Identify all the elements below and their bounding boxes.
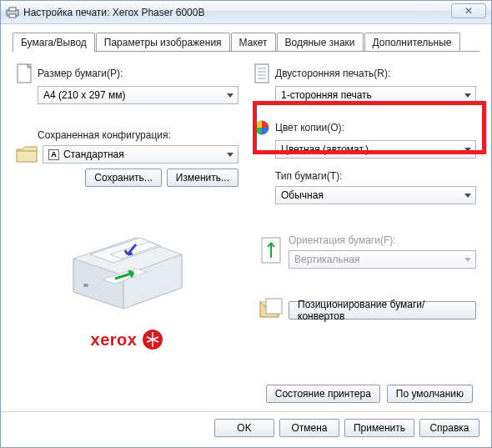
tab-bar: Бумага/Вывод Параметры изображения Макет…	[1, 24, 491, 51]
chevron-down-icon	[464, 258, 471, 262]
edit-button[interactable]: Изменить...	[167, 169, 238, 187]
tab-image-params[interactable]: Параметры изображения	[96, 33, 230, 51]
paper-size-select[interactable]: A4 (210 x 297 мм)	[38, 86, 238, 104]
chevron-down-icon	[227, 153, 233, 157]
folder-icon	[16, 145, 38, 164]
paper-size-value: A4 (210 x 297 мм)	[43, 89, 126, 101]
xerox-logo: xerox	[91, 329, 164, 350]
cancel-button[interactable]: Отмена	[279, 419, 339, 437]
chevron-down-icon	[464, 93, 471, 98]
tab-watermarks[interactable]: Водяные знаки	[277, 33, 364, 51]
orientation-value: Вертикальная	[294, 254, 360, 265]
saved-config-value: Стандартная	[63, 148, 124, 160]
duplex-select[interactable]: 1-сторонняя печать	[275, 86, 476, 104]
window-title: Настройка печати: Xerox Phaser 6000B	[23, 7, 204, 18]
duplex-icon	[254, 63, 270, 83]
chevron-down-icon	[464, 194, 471, 198]
svg-rect-1	[9, 8, 16, 11]
printer-status-button[interactable]: Состояние принтера	[266, 385, 380, 403]
orientation-label: Ориентация бумаги(F):	[289, 233, 476, 248]
duplex-label: Двусторонняя печать(R):	[275, 68, 390, 79]
paper-type-value: Обычная	[281, 189, 324, 201]
svg-rect-14	[266, 299, 282, 314]
orientation-icon	[259, 236, 283, 264]
color-label: Цвет копии(O):	[275, 122, 344, 133]
orientation-select: Вертикальная	[289, 250, 476, 269]
tab-paper-output[interactable]: Бумага/Вывод	[13, 33, 95, 52]
chevron-down-icon	[464, 148, 471, 152]
tab-additional[interactable]: Дополнительные	[364, 33, 460, 51]
tab-layout[interactable]: Макет	[231, 33, 276, 51]
envelope-icon	[259, 297, 284, 320]
printer-illustration	[57, 209, 198, 317]
paper-size-label: Размер бумаги(P):	[38, 68, 123, 79]
apply-button[interactable]: Применить	[344, 419, 414, 437]
svg-rect-6	[255, 64, 269, 83]
positioning-button[interactable]: Позиционирование бумаги/конвертов	[289, 301, 476, 320]
titlebar: Настройка печати: Xerox Phaser 6000B ✕	[1, 1, 491, 24]
tab-content: Размер бумаги(P): A4 (210 x 297 мм) Сохр…	[1, 52, 491, 359]
close-icon: ✕	[464, 5, 473, 17]
color-icon	[254, 118, 270, 138]
color-select[interactable]: Цветная (автомат.)	[275, 140, 476, 159]
svg-rect-2	[9, 14, 16, 18]
color-value: Цветная (автомат.)	[281, 143, 369, 155]
xerox-ball-icon	[142, 329, 163, 350]
save-button[interactable]: Сохранить...	[85, 169, 162, 187]
paper-type-select[interactable]: Обычная	[275, 186, 476, 204]
page-icon	[16, 63, 33, 83]
help-button[interactable]: Справка	[419, 419, 479, 437]
svg-point-4	[83, 284, 88, 287]
ok-button[interactable]: OK	[214, 419, 274, 437]
print-settings-dialog: Настройка печати: Xerox Phaser 6000B ✕ Б…	[0, 0, 492, 448]
saved-config-select[interactable]: A Стандартная	[43, 145, 238, 164]
chevron-down-icon	[227, 93, 233, 98]
close-button[interactable]: ✕	[451, 3, 486, 18]
defaults-button[interactable]: По умолчанию	[387, 385, 473, 403]
saved-config-label: Сохраненная конфигурация:	[38, 128, 238, 143]
printer-icon	[6, 7, 19, 18]
duplex-value: 1-сторонняя печать	[281, 89, 372, 101]
a-badge: A	[48, 149, 59, 160]
paper-type-label: Тип бумаги(T):	[275, 169, 476, 184]
